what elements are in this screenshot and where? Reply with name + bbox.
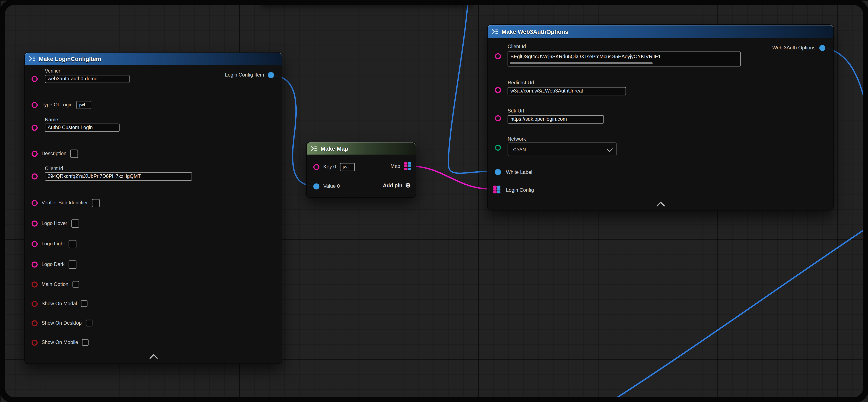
description-input[interactable] <box>70 149 78 158</box>
add-pin-icon: ⊕ <box>405 182 411 188</box>
wire-top-to-white-label[interactable] <box>448 0 491 173</box>
pin-label: Key 0 <box>323 164 336 169</box>
pin-row-main-option: Main Option <box>32 280 79 289</box>
logo-light-pin[interactable] <box>32 241 38 247</box>
description-pin[interactable] <box>32 150 38 156</box>
pin-row-logo-light: Logo Light <box>32 239 76 248</box>
collapse-chevron-icon[interactable] <box>151 353 157 363</box>
node-make-web3authoptions[interactable]: Make Web3AuthOptions Web 3Auth Options C… <box>487 24 834 210</box>
client-id-value: BEglQSgt4cUWcj6SKRdu5QkOXTsePmMcusG5EAoy… <box>508 52 740 59</box>
pin-label: Description <box>41 151 67 156</box>
logo-hover-input[interactable] <box>71 219 79 228</box>
network-pin[interactable] <box>495 145 501 151</box>
verifier-sub-identifier-pin[interactable] <box>32 200 38 206</box>
make-map-icon <box>310 146 317 151</box>
pin-label: Main Option <box>41 282 68 287</box>
verifier-input[interactable]: web3auth-auth0-demo <box>45 75 129 83</box>
login-config-label: Login Config <box>506 187 534 193</box>
client-id-input[interactable]: BEglQSgt4cUWcj6SKRdu5QkOXTsePmMcusG5EAoy… <box>507 52 741 66</box>
network-dropdown[interactable]: CYAN <box>507 142 617 156</box>
collapse-chevron-icon[interactable] <box>658 201 664 211</box>
verifier-pin[interactable] <box>32 76 38 82</box>
node-title: Make Map <box>320 145 348 152</box>
pin-row-key0: Key 0 jwt <box>313 162 355 171</box>
pin-label: Map <box>391 163 400 169</box>
client-id-input[interactable]: 294QRkchfq2YaXUbPri7D6PH7xzHgQMT <box>45 172 192 181</box>
pin-label: Verifier <box>45 68 282 74</box>
pin-label: Name <box>45 117 282 122</box>
web3auth-options-output-pin[interactable] <box>819 45 825 51</box>
pin-row-logo-dark: Logo Dark <box>32 260 76 269</box>
pin-label: Show On Modal <box>41 301 77 306</box>
logo-light-input[interactable] <box>69 240 76 248</box>
pin-label: Value 0 <box>323 183 340 189</box>
pin-row-description: Description <box>32 149 78 158</box>
main-option-pin[interactable] <box>32 281 38 287</box>
pin-label: Type Of Login <box>41 102 73 108</box>
network-label: Network <box>507 136 526 142</box>
sdk-url-pin[interactable] <box>495 115 501 121</box>
node-header[interactable]: Make Map <box>307 142 416 154</box>
pin-label: Logo Dark <box>41 262 64 267</box>
node-make-map[interactable]: Make Map Key 0 jwt Value 0 Map Add pin ⊕ <box>306 142 416 198</box>
name-pin[interactable] <box>32 125 38 131</box>
redirect-url-input[interactable]: w3a://com.w3a.Web3AuthUnreal <box>507 87 626 95</box>
pin-row-verifier: Verifier web3auth-auth0-demo <box>25 68 282 83</box>
pin-row-verifier-sub-identifier: Verifier Sub Identifier <box>32 198 99 207</box>
pin-label: Client Id <box>45 166 282 171</box>
node-title: Make Web3AuthOptions <box>501 28 568 35</box>
key0-input[interactable]: jwt <box>340 163 355 171</box>
client-id-scrollbar[interactable] <box>510 62 653 64</box>
pin-label: Logo Light <box>41 241 65 247</box>
pin-row-type-of-login: Type Of Login jwt <box>32 100 91 109</box>
type-of-login-pin[interactable] <box>32 102 38 108</box>
chevron-down-icon <box>607 145 613 152</box>
key0-pin[interactable] <box>313 164 319 170</box>
make-struct-icon <box>29 56 35 61</box>
pin-row-value0: Value 0 <box>313 182 340 191</box>
client-id-pin[interactable] <box>495 53 501 59</box>
logo-dark-pin[interactable] <box>32 261 38 267</box>
show-on-mobile-pin[interactable] <box>32 339 38 345</box>
node-make-loginconfigitem[interactable]: Make LoginConfigItem Login Config Item V… <box>24 52 282 364</box>
show-on-mobile-checkbox[interactable] <box>82 339 89 346</box>
white-label-pin[interactable] <box>495 169 501 175</box>
type-of-login-input[interactable]: jwt <box>76 100 91 109</box>
pin-row-client-id: Client Id 294QRkchfq2YaXUbPri7D6PH7xzHgQ… <box>25 166 282 181</box>
output-web3auth-options: Web 3Auth Options <box>772 45 825 51</box>
wire-bottom-right[interactable] <box>604 225 868 402</box>
login-config-pin[interactable] <box>493 185 500 194</box>
node-title: Make LoginConfigItem <box>39 56 101 62</box>
logo-dark-input[interactable] <box>68 260 76 268</box>
client-id-pin[interactable] <box>32 173 38 179</box>
sdk-url-label: Sdk Url <box>507 108 524 114</box>
logo-hover-pin[interactable] <box>32 220 38 226</box>
redirect-url-label: Redirect Url <box>507 80 534 85</box>
pin-row-logo-hover: Logo Hover <box>32 219 79 228</box>
show-on-desktop-checkbox[interactable] <box>86 320 92 326</box>
node-header[interactable]: Make Web3AuthOptions <box>488 25 833 38</box>
value0-pin[interactable] <box>313 183 319 189</box>
offscreen-node-edge[interactable] <box>260 0 473 4</box>
map-output-pin[interactable] <box>404 162 411 170</box>
node-header[interactable]: Make LoginConfigItem <box>25 53 282 65</box>
show-on-desktop-pin[interactable] <box>32 320 38 326</box>
pin-row-name: Name Auth0 Custom Login <box>25 117 282 132</box>
pin-label: Verifier Sub Identifier <box>41 200 88 205</box>
pin-row-show-on-desktop: Show On Desktop <box>32 318 92 327</box>
pin-label: Web 3Auth Options <box>772 45 815 50</box>
wire-map-to-login-config[interactable] <box>411 166 490 189</box>
network-value: CYAN <box>513 147 526 152</box>
redirect-url-pin[interactable] <box>495 87 501 93</box>
add-pin-button[interactable]: Add pin ⊕ <box>383 182 411 189</box>
pin-row-show-on-mobile: Show On Mobile <box>32 338 89 347</box>
sdk-url-input[interactable]: https://sdk.openlogin.com <box>507 115 604 124</box>
name-input[interactable]: Auth0 Custom Login <box>45 124 120 132</box>
output-map: Map <box>391 163 411 170</box>
pin-label: Logo Hover <box>41 221 67 226</box>
client-id-label: Client Id <box>507 44 526 49</box>
show-on-modal-pin[interactable] <box>32 301 38 307</box>
show-on-modal-checkbox[interactable] <box>81 300 88 307</box>
verifier-sub-identifier-input[interactable] <box>92 199 99 207</box>
main-option-checkbox[interactable] <box>72 281 79 288</box>
